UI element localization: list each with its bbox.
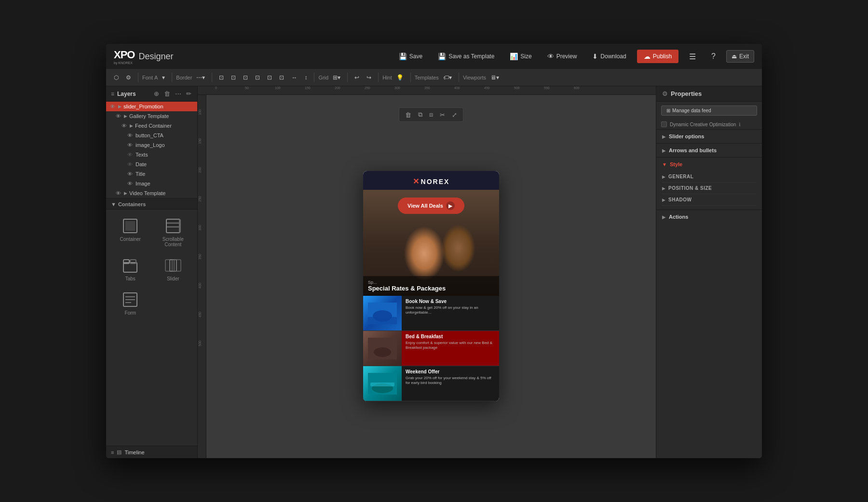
download-button[interactable]: ⬇ Download <box>587 50 631 63</box>
layer-eye-icon[interactable]: 👁 <box>127 142 133 148</box>
align-center-button[interactable]: ⊡ <box>228 73 239 82</box>
layer-item[interactable]: 👁 Texts <box>106 150 197 159</box>
ruler-mark: 550 <box>544 86 550 90</box>
shadow-arrow: ▶ <box>662 198 665 202</box>
ruler-top: 0 50 100 150 200 250 300 350 400 450 500… <box>198 86 656 95</box>
align-bottom-button[interactable]: ⊡ <box>276 73 287 82</box>
layer-item[interactable]: 👁 ▶ Video Template <box>106 188 197 198</box>
canvas-cut-button[interactable]: ✂ <box>437 110 448 120</box>
svg-rect-2 <box>166 219 180 233</box>
select-tool-button[interactable]: ⬡ <box>111 73 122 82</box>
hint-button[interactable]: 💡 <box>393 73 407 82</box>
settings-tool-button[interactable]: ⚙ <box>123 73 134 82</box>
layer-item[interactable]: 👁 Date <box>106 159 197 169</box>
canvas-duplicate-button[interactable]: ⧉ <box>415 109 425 120</box>
dco-checkbox[interactable] <box>661 121 667 127</box>
layer-item[interactable]: 👁 ▶ slider_Promotion <box>106 102 197 111</box>
templates-dropdown[interactable]: 🏷▾ <box>440 73 455 82</box>
canvas-copy-button[interactable]: ⧇ <box>426 109 436 120</box>
ruler-mark: 600 <box>574 86 580 90</box>
canvas-content[interactable]: 🗑 ⧉ ⧇ ✂ ⤢ ✕ NOREX <box>206 95 656 458</box>
align-right-button[interactable]: ⊡ <box>240 73 251 82</box>
layer-eye-icon[interactable]: 👁 <box>116 190 121 196</box>
layer-item[interactable]: 👁 image_Logo <box>106 140 197 150</box>
slider-options-title: Slider options <box>669 133 704 139</box>
align-left-button[interactable]: ⊡ <box>216 73 227 82</box>
viewports-dropdown[interactable]: 🖥▾ <box>488 73 502 82</box>
phone-logo-x: ✕ <box>413 177 419 186</box>
layer-eye-icon[interactable]: 👁 <box>127 132 133 138</box>
style-section[interactable]: ▼ Style ▶ GENERAL ▶ POSITION & SIZE ▶ SH… <box>656 157 762 206</box>
layer-item[interactable]: 👁 ▶ Gallery Template <box>106 111 197 121</box>
add-layer-button[interactable]: ⊕ <box>153 89 160 98</box>
deal-desc-2: Enjoy comfort & superior value with our … <box>406 341 495 351</box>
ruler-mark: 500 <box>514 86 520 90</box>
exit-button[interactable]: ⏏ Exit <box>726 50 754 63</box>
layer-item[interactable]: 👁 button_CTA <box>106 131 197 140</box>
font-dropdown[interactable]: ▾ <box>159 73 168 82</box>
undo-button[interactable]: ↩ <box>352 73 362 82</box>
preview-button[interactable]: 👁 Preview <box>542 50 582 63</box>
help-button[interactable]: ? <box>706 50 720 63</box>
toolbar: ⬡ ⚙ Font A ▾ Border ⋯▾ ⊡ ⊡ ⊡ ⊡ ⊡ ⊡ ↔ ↕ G… <box>106 69 762 86</box>
dco-help-icon[interactable]: ℹ <box>739 122 741 127</box>
manage-data-icon: ⊞ <box>666 108 670 113</box>
canvas-area[interactable]: 0 50 100 150 200 250 300 350 400 450 500… <box>198 86 656 458</box>
slider-options-section[interactable]: ▶ Slider options <box>656 129 762 143</box>
canvas-delete-button[interactable]: 🗑 <box>402 110 414 120</box>
deal-item-2[interactable]: Bed & Breakfast Enjoy comfort & superior… <box>363 331 499 366</box>
arrows-bullets-section[interactable]: ▶ Arrows and bullets <box>656 143 762 157</box>
size-button[interactable]: 📊 Size <box>505 50 536 63</box>
layer-item[interactable]: 👁 Image <box>106 179 197 188</box>
distribute-v-button[interactable]: ↕ <box>301 73 310 82</box>
manage-data-button[interactable]: ⊞ Manage data feed <box>661 106 757 116</box>
layer-eye-icon[interactable]: 👁 <box>122 123 127 129</box>
deal-item-3[interactable]: Weekend Offer Grab your 20% off for your… <box>363 366 499 401</box>
save-template-button[interactable]: 💾 Save as Template <box>433 50 499 63</box>
timeline-bar[interactable]: ≡ ▤ Timeline <box>106 446 197 458</box>
phone-cta-button[interactable]: View All Deals ▶ <box>398 198 464 214</box>
download-icon: ⬇ <box>592 53 598 60</box>
redo-button[interactable]: ↪ <box>364 73 374 82</box>
arrows-bullets-header[interactable]: ▶ Arrows and bullets <box>656 144 762 157</box>
more-layers-button[interactable]: ⋯ <box>174 89 182 98</box>
layer-item[interactable]: 👁 ▶ Feed Container <box>106 121 197 131</box>
shadow-subsection[interactable]: ▶ SHADOW <box>662 194 756 206</box>
style-header[interactable]: ▼ Style <box>656 158 762 171</box>
menu-button[interactable]: ☰ <box>684 50 701 64</box>
distribute-h-button[interactable]: ↔ <box>288 73 300 82</box>
canvas-expand-button[interactable]: ⤢ <box>449 110 460 120</box>
layer-eye-icon[interactable]: 👁 <box>110 104 115 109</box>
border-dropdown[interactable]: ⋯▾ <box>193 73 208 82</box>
layer-eye-icon[interactable]: 👁 <box>127 171 133 177</box>
grid-dropdown[interactable]: ⊞▾ <box>330 73 343 82</box>
svg-rect-11 <box>174 260 181 271</box>
slider-options-header[interactable]: ▶ Slider options <box>656 130 762 143</box>
container-item-slider[interactable]: Slider <box>153 253 194 285</box>
delete-layer-button[interactable]: 🗑 <box>163 89 171 98</box>
layer-eye-icon[interactable]: 👁 <box>127 161 133 167</box>
container-item-tabs[interactable]: Tabs <box>110 253 151 285</box>
edit-layer-button[interactable]: ✏ <box>185 89 192 98</box>
style-title: Style <box>670 161 682 167</box>
container-item-container[interactable]: Container <box>110 213 151 251</box>
manage-data-label: Manage data feed <box>672 108 711 113</box>
save-button[interactable]: 💾 Save <box>394 50 427 63</box>
font-icon: A <box>154 75 158 80</box>
actions-section[interactable]: ▶ Actions <box>656 210 762 224</box>
position-size-subsection[interactable]: ▶ POSITION & SIZE <box>662 183 756 194</box>
layer-eye-icon[interactable]: 👁 <box>127 181 133 186</box>
layer-item[interactable]: 👁 Title <box>106 169 197 179</box>
align-top-button[interactable]: ⊡ <box>252 73 263 82</box>
layer-eye-icon[interactable]: 👁 <box>127 152 133 158</box>
publish-button[interactable]: ☁ Publish <box>637 50 678 63</box>
layer-eye-icon[interactable]: 👁 <box>116 113 121 119</box>
container-item-form[interactable]: Form <box>110 287 151 319</box>
general-subsection[interactable]: ▶ GENERAL <box>662 171 756 183</box>
containers-section[interactable]: ▼ Containers <box>106 198 197 210</box>
deal-item-1[interactable]: Book Now & Save Book now & get 20% off o… <box>363 296 499 331</box>
container-item-scrollable[interactable]: Scrollable Content <box>153 213 194 251</box>
align-middle-button[interactable]: ⊡ <box>264 73 275 82</box>
ruler-mark: 300 <box>394 86 400 90</box>
actions-header[interactable]: ▶ Actions <box>656 210 762 224</box>
